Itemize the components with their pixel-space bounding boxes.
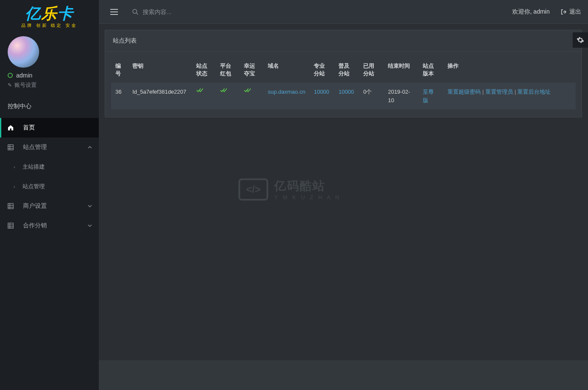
- pencil-icon: ✎: [8, 82, 12, 88]
- separator: |: [482, 89, 485, 95]
- nav-sub-site-build-label: 主站搭建: [23, 163, 45, 171]
- gear-icon: [577, 36, 584, 44]
- svg-point-17: [111, 11, 112, 12]
- nav-sub-site-manage[interactable]: › 站点管理: [0, 177, 99, 196]
- nav-sub-site-build[interactable]: › 主站搭建: [0, 157, 99, 177]
- grid-icon: [8, 144, 17, 150]
- nav-site-mgmt-label: 站点管理: [23, 143, 47, 151]
- search-icon: [132, 9, 138, 15]
- nav-sub-site-manage-label: 站点管理: [23, 183, 45, 190]
- nav-home[interactable]: 首页: [0, 118, 99, 138]
- nav-partner[interactable]: 合作分销: [0, 216, 99, 235]
- th-id: 编号: [111, 57, 128, 83]
- logout-button[interactable]: 退出: [561, 8, 581, 16]
- th-ops: 操作: [443, 57, 576, 83]
- cell-pop: 10000: [334, 83, 359, 109]
- chevron-down-icon: [88, 224, 92, 228]
- footer-bar: [99, 360, 588, 390]
- site-list-panel: 站点列表 编号 密钥 站点状态 平台红包 幸运夺宝 域名 专业分站 普及分站: [105, 30, 582, 118]
- check-icon: [244, 88, 259, 93]
- sidebar: 亿乐卡 品牌 创新 稳定 安全 admin ✎ 账号设置 控制中心 首页 站点管…: [0, 0, 99, 390]
- cell-pro: 10000: [310, 83, 334, 109]
- account-settings-link[interactable]: ✎ 账号设置: [8, 81, 91, 89]
- menu-toggle-button[interactable]: [106, 3, 123, 20]
- check-icon: [220, 88, 235, 93]
- panel-title: 站点列表: [105, 30, 582, 52]
- cell-lucky: [240, 83, 264, 109]
- cell-ver: 至尊版: [419, 83, 443, 109]
- site-table: 编号 密钥 站点状态 平台红包 幸运夺宝 域名 专业分站 普及分站 已用分站 结…: [111, 57, 576, 109]
- logo: 亿乐卡 品牌 创新 稳定 安全: [0, 0, 99, 32]
- avatar: [8, 36, 39, 68]
- svg-rect-4: [8, 204, 13, 209]
- welcome-text: 欢迎你, admin: [512, 8, 550, 16]
- check-icon: [196, 88, 212, 93]
- chevron-right-icon: ›: [14, 165, 15, 169]
- nav-home-label: 首页: [23, 124, 35, 132]
- grid-icon: [8, 203, 17, 209]
- reset-admin-link[interactable]: 重置管理员: [485, 89, 513, 95]
- th-pop: 普及分站: [334, 57, 359, 83]
- nav-merchant[interactable]: 商户设置: [0, 196, 99, 216]
- nav-section-title: 控制中心: [0, 95, 99, 118]
- logout-icon: [561, 9, 567, 15]
- version-link[interactable]: 至尊版: [423, 89, 434, 103]
- chevron-right-icon: ›: [14, 184, 15, 189]
- svg-line-20: [136, 13, 138, 14]
- cell-domain: sup.daxmao.cn: [264, 83, 310, 109]
- cell-ops: 重置超级密码 | 重置管理员 | 重置后台地址: [443, 83, 576, 109]
- th-pro: 专业分站: [310, 57, 334, 83]
- cell-status: [192, 83, 216, 109]
- search-box: [132, 9, 512, 15]
- cell-used: 0个: [359, 83, 384, 109]
- nav-partner-label: 合作分销: [23, 222, 47, 229]
- cell-key: Id_5a7efef381de2207: [128, 83, 192, 109]
- table-row: 36 Id_5a7efef381de2207 sup.daxmao.cn 100…: [111, 83, 576, 109]
- logo-text: 亿乐卡: [25, 3, 74, 24]
- chevron-down-icon: [88, 204, 92, 208]
- pro-link[interactable]: 10000: [314, 89, 329, 95]
- search-input[interactable]: [143, 9, 253, 15]
- user-name-line: admin: [8, 72, 91, 79]
- status-dot-icon: [8, 73, 13, 78]
- th-ver: 站点版本: [419, 57, 443, 83]
- nav-merchant-label: 商户设置: [23, 202, 47, 210]
- th-end: 结束时间: [384, 57, 419, 83]
- domain-link[interactable]: sup.daxmao.cn: [268, 89, 305, 95]
- th-key: 密钥: [128, 57, 192, 83]
- reset-backend-link[interactable]: 重置后台地址: [517, 89, 551, 95]
- th-lucky: 幸运夺宝: [240, 57, 264, 83]
- account-settings-label: 账号设置: [14, 81, 37, 89]
- svg-point-16: [111, 9, 112, 10]
- chevron-up-icon: [88, 145, 92, 149]
- menu-icon: [110, 9, 118, 15]
- reset-pwd-link[interactable]: 重置超级密码: [447, 89, 481, 95]
- pop-link[interactable]: 10000: [338, 89, 354, 95]
- main-content: 站点列表 编号 密钥 站点状态 平台红包 幸运夺宝 域名 专业分站 普及分站: [99, 24, 588, 390]
- th-used: 已用分站: [359, 57, 384, 83]
- panel-body: 编号 密钥 站点状态 平台红包 幸运夺宝 域名 专业分站 普及分站 已用分站 结…: [105, 52, 582, 117]
- topbar-right: 欢迎你, admin 退出: [512, 8, 581, 16]
- cell-end: 2019-02-10: [384, 83, 419, 109]
- th-domain: 域名: [264, 57, 310, 83]
- grid-icon: [8, 223, 17, 229]
- svg-rect-8: [8, 223, 13, 228]
- profile-block: admin ✎ 账号设置: [0, 32, 99, 95]
- cell-id: 36: [111, 83, 128, 109]
- nav-site-mgmt[interactable]: 站点管理: [0, 138, 99, 157]
- th-redpack: 平台红包: [216, 57, 240, 83]
- settings-gear-button[interactable]: [573, 32, 588, 48]
- user-name: admin: [16, 72, 32, 79]
- svg-point-18: [111, 14, 112, 15]
- logo-tagline: 品牌 创新 稳定 安全: [21, 23, 77, 29]
- svg-point-19: [133, 9, 137, 13]
- home-icon: [8, 125, 17, 131]
- svg-rect-0: [8, 145, 13, 150]
- table-header-row: 编号 密钥 站点状态 平台红包 幸运夺宝 域名 专业分站 普及分站 已用分站 结…: [111, 57, 576, 83]
- th-status: 站点状态: [192, 57, 216, 83]
- logout-label: 退出: [569, 8, 581, 16]
- topbar: 欢迎你, admin 退出: [99, 0, 588, 24]
- cell-redpack: [216, 83, 240, 109]
